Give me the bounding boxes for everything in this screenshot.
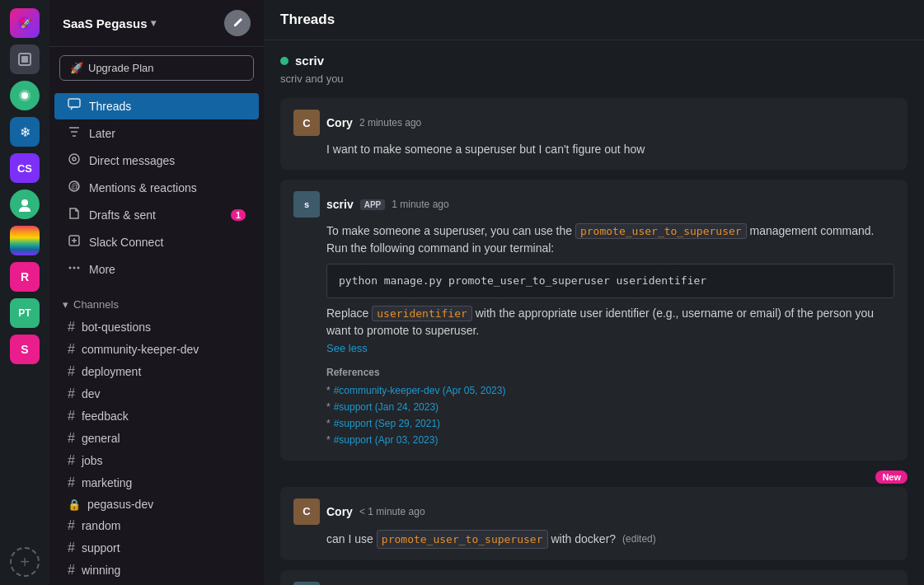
new-message-badge: New [875, 470, 908, 484]
channel-item-community-keeper-dev[interactable]: #community-keeper-dev [54, 339, 259, 360]
avatar-cory-1: C [293, 110, 320, 136]
channel-item-deployment[interactable]: #deployment [54, 361, 259, 382]
msg1-time: 2 minutes ago [359, 117, 421, 129]
main-header: Threads [264, 0, 924, 40]
msg3-time: < 1 minute ago [359, 506, 425, 517]
app-icon-snowflake[interactable]: ❄ [10, 117, 40, 147]
msg1-author: Cory [326, 116, 353, 129]
msg2-intro: To make someone a superuser, you can use… [326, 224, 572, 237]
nav-item-direct-messages[interactable]: Direct messages [54, 147, 259, 174]
msg1-body: I want to make someone a superuser but I… [326, 141, 894, 158]
new-badge-row: New [280, 470, 908, 484]
nav-item-mentions[interactable]: @ Mentions & reactions [54, 175, 259, 201]
reference-links: *#community-keeper-dev (Apr 05, 2023)*#s… [326, 383, 894, 447]
main-content: Threads scriv scriv and you C Cory 2 min… [264, 0, 924, 585]
app-icon-rocket[interactable]: 🚀 [10, 8, 40, 38]
svg-point-5 [21, 92, 28, 99]
svg-point-15 [69, 267, 72, 269]
reference-link[interactable]: *#support (Apr 03, 2023) [326, 433, 894, 447]
nav-item-slack-connect[interactable]: Slack Connect [54, 229, 259, 255]
channel-label: dev [82, 387, 101, 400]
msg3-pre-text: can I use [326, 531, 373, 548]
add-workspace-button[interactable]: + [10, 547, 40, 577]
hash-icon: # [68, 563, 75, 578]
channels-header[interactable]: ▾ Channels [49, 293, 264, 316]
message-group-3: C Cory < 1 minute ago can I use promote_… [280, 487, 908, 561]
ref-bullet: * [326, 385, 331, 396]
thread-content: scriv scriv and you C Cory 2 minutes ago… [264, 40, 924, 585]
app-icon-r[interactable]: R [10, 262, 40, 292]
nav-item-drafts[interactable]: Drafts & sent 1 [54, 202, 259, 228]
page-title: Threads [280, 12, 908, 28]
channel-item-winning[interactable]: #winning [54, 559, 259, 581]
threads-icon [68, 98, 81, 115]
see-less-button[interactable]: See less [326, 342, 368, 354]
channel-item-feedback[interactable]: #feedback [54, 405, 259, 427]
message-group-1: C Cory 2 minutes ago I want to make some… [280, 98, 908, 170]
msg2-replace-text: Replace [326, 307, 368, 320]
workspace-name[interactable]: SaaS Pegasus ▾ [63, 16, 156, 30]
channel-label: winning [82, 564, 120, 577]
svg-rect-3 [21, 56, 28, 63]
compose-button[interactable] [224, 10, 251, 36]
avatar-scriv-1: s [293, 191, 320, 218]
app-icon-circle-green[interactable] [10, 81, 40, 110]
drafts-icon [68, 207, 81, 223]
sidebar-nav: Threads Later Direct messages @ Mentions… [49, 89, 264, 287]
message-group-2: s scriv APP 1 minute ago To make someone… [280, 180, 908, 461]
sidebar: SaaS Pegasus ▾ 🚀 Upgrade Plan Threads La… [49, 0, 264, 585]
channel-item-bot-questions[interactable]: #bot-questions [54, 316, 259, 338]
hash-icon: # [68, 431, 75, 446]
app-icon-person[interactable] [10, 190, 40, 219]
hash-icon: # [68, 518, 75, 533]
nav-slack-connect-label: Slack Connect [89, 236, 163, 249]
channel-item-dev[interactable]: #dev [54, 383, 259, 405]
nav-more-label: More [89, 263, 115, 276]
upgrade-plan-button[interactable]: 🚀 Upgrade Plan [59, 55, 254, 81]
reference-link[interactable]: *#support (Sep 29, 2021) [326, 416, 894, 431]
channel-item-pegasus-dev[interactable]: 🔒pegasus-dev [54, 494, 259, 514]
msg3-header: C Cory < 1 minute ago [293, 498, 894, 525]
msg3-inline-code: promote_user_to_superuser [377, 530, 548, 550]
msg2-code-block: python manage.py promote_user_to_superus… [326, 264, 894, 298]
channel-item-random[interactable]: #random [54, 515, 259, 536]
msg4-header: s scriv APP < 1 minute ago [293, 582, 894, 585]
channels-section-label: Channels [73, 298, 119, 311]
svg-point-6 [21, 199, 28, 206]
nav-item-threads[interactable]: Threads [54, 93, 259, 119]
svg-point-8 [69, 154, 79, 164]
msg2-app-badge: APP [360, 199, 386, 210]
hash-icon: # [68, 453, 75, 468]
channel-label: feedback [82, 410, 129, 423]
nav-item-more[interactable]: More [54, 256, 259, 283]
msg2-body: To make someone a superuser, you can use… [326, 222, 894, 447]
reference-link[interactable]: *#community-keeper-dev (Apr 05, 2023) [326, 383, 894, 398]
channel-item-marketing[interactable]: #marketing [54, 472, 259, 494]
more-icon [68, 261, 81, 278]
lock-icon: 🔒 [68, 498, 81, 511]
channel-item-workinpublic[interactable]: #workinpublic [54, 582, 259, 585]
channel-item-jobs[interactable]: #jobs [54, 450, 259, 471]
svg-rect-7 [68, 99, 80, 107]
avatar-cory-2: C [293, 498, 320, 525]
app-icon-rainbow[interactable] [10, 226, 40, 255]
msg2-inline-code2: useridentifier [372, 306, 472, 321]
app-icon-s[interactable]: S [10, 335, 40, 364]
nav-threads-label: Threads [89, 100, 131, 113]
app-icon-pt[interactable]: PT [10, 298, 40, 328]
slack-connect-icon [68, 234, 81, 250]
message-group-4: s scriv APP < 1 minute ago Yes, you can … [280, 570, 908, 585]
channel-item-support[interactable]: #support [54, 537, 259, 559]
msg1-header: C Cory 2 minutes ago [293, 110, 894, 136]
nav-item-later[interactable]: Later [54, 120, 259, 147]
app-icon-square[interactable] [10, 44, 40, 74]
mentions-icon: @ [68, 180, 81, 196]
drafts-badge: 1 [231, 209, 246, 221]
channels-section: ▾ Channels #bot-questions#community-keep… [49, 287, 264, 585]
reference-link[interactable]: *#support (Jan 24, 2023) [326, 400, 894, 414]
channel-item-general[interactable]: #general [54, 428, 259, 449]
online-indicator [280, 57, 288, 65]
upgrade-icon: 🚀 [70, 62, 83, 74]
hash-icon: # [68, 342, 75, 357]
app-icon-cs[interactable]: CS [10, 153, 40, 183]
